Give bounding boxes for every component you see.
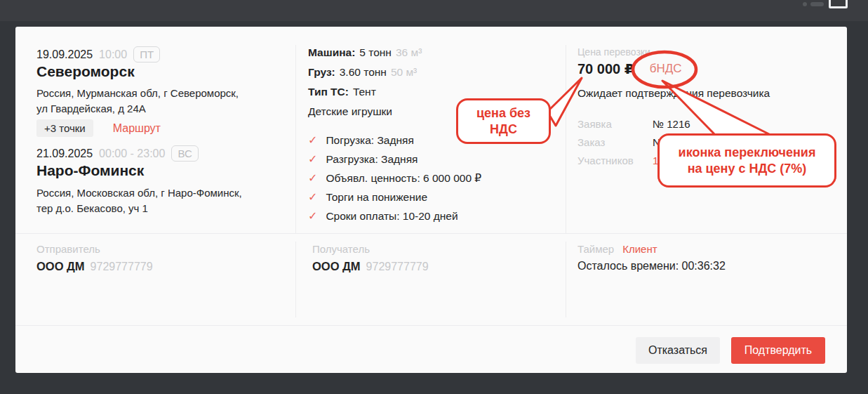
divider xyxy=(566,45,566,233)
extra-points-chip[interactable]: +3 точки xyxy=(36,119,93,137)
check-label: Торги на понижение xyxy=(326,191,427,204)
vehicle-type-label: Тип ТС: xyxy=(308,86,349,98)
meta-value-participants: 1 xyxy=(653,155,658,166)
order-card: 19.09.2025 10:00 ПТ Североморск Россия, … xyxy=(15,27,847,373)
timer-remaining: Осталось времени: 00:36:32 xyxy=(577,260,726,272)
dash-icon xyxy=(810,2,824,6)
check-item: ✓ Разгрузка: Задняя xyxy=(308,152,418,166)
vehicle-type-row: Тип ТС: Тент xyxy=(308,86,376,98)
order-status: Ожидает подтверждения перевозчика xyxy=(577,87,770,100)
receiver-name: ООО ДМ xyxy=(312,260,361,272)
pickup-address-line1: Россия, Мурманская обл, г Североморск, xyxy=(36,86,239,101)
receiver-inn: 9729777779 xyxy=(366,261,429,272)
cargo-row: Груз: 3.60 тонн 50 м³ xyxy=(308,66,417,79)
route-link[interactable]: Маршрут xyxy=(113,122,161,135)
divider xyxy=(295,242,296,317)
check-item: ✓ Объявл. ценность: 6 000 000 ₽ xyxy=(308,171,481,185)
check-item: ✓ Торги на понижение xyxy=(308,190,427,204)
vehicle-type-value: Тент xyxy=(353,86,376,98)
pickup-date-row: 19.09.2025 10:00 ПТ xyxy=(36,46,160,63)
sender-value: ООО ДМ9729777779 xyxy=(36,260,153,273)
meta-label: Заявка xyxy=(577,118,653,130)
cargo-name-row: Детские игрушки xyxy=(308,105,392,118)
check-icon: ✓ xyxy=(308,152,317,166)
pickup-address-line2: ул Гвардейская, д 24А xyxy=(36,101,239,117)
price-label: Цена перевозки xyxy=(577,46,650,58)
timer-owner-link[interactable]: Клиент xyxy=(622,243,657,255)
meta-row: Участников 1 xyxy=(577,155,658,166)
check-label: Объявл. ценность: 6 000 000 ₽ xyxy=(326,172,481,185)
confirm-button[interactable]: Подтвердить xyxy=(731,337,825,364)
cargo-name: Детские игрушки xyxy=(308,105,392,118)
pickup-address: Россия, Мурманская обл, г Североморск, у… xyxy=(36,86,239,117)
cargo-volume: 50 м³ xyxy=(391,66,417,79)
delivery-date-row: 21.09.2025 00:00 - 23:00 ВС xyxy=(36,145,199,162)
check-item: ✓ Сроки оплаты: 10-20 дней xyxy=(308,209,458,223)
sender-name: ООО ДМ xyxy=(36,260,85,272)
vehicle-value: 5 тонн xyxy=(359,46,392,59)
price-value: 70 000 ₽ xyxy=(577,60,634,77)
check-label: Разгрузка: Задняя xyxy=(326,153,418,166)
divider xyxy=(295,45,296,233)
cargo-value: 3.60 тонн xyxy=(340,66,387,79)
check-icon: ✓ xyxy=(308,133,317,147)
delivery-day-badge: ВС xyxy=(171,145,198,162)
pickup-city: Североморск xyxy=(36,63,135,80)
meta-value: N xyxy=(653,136,660,148)
pickup-date: 19.09.2025 xyxy=(36,48,93,61)
meta-row: Заявка № 1216 xyxy=(577,118,690,130)
timer-label: Таймер xyxy=(577,243,614,255)
screenshot-stage: 19.09.2025 10:00 ПТ Североморск Россия, … xyxy=(0,0,868,394)
route-chips-row: +3 точки Маршрут xyxy=(36,119,161,137)
vehicle-volume: 36 м³ xyxy=(396,46,422,59)
divider xyxy=(566,242,566,317)
divider xyxy=(15,325,847,326)
sender-label: Отправитель xyxy=(36,243,100,255)
delivery-address-line2: тер д.о. Бекасово, уч 1 xyxy=(36,201,242,216)
check-label: Сроки оплаты: 10-20 дней xyxy=(326,210,458,223)
check-icon: ✓ xyxy=(308,190,317,204)
vat-toggle[interactable]: бНДС xyxy=(650,62,682,76)
screen-frame-icon[interactable] xyxy=(829,0,848,8)
sender-inn: 9729777779 xyxy=(91,261,153,272)
delivery-date: 21.09.2025 xyxy=(36,147,93,160)
check-icon: ✓ xyxy=(308,209,317,223)
meta-row: Заказ N xyxy=(577,136,660,148)
delivery-address: Россия, Московская обл, г Наро-Фоминск, … xyxy=(36,185,242,216)
divider xyxy=(15,233,847,234)
delivery-city: Наро-Фоминск xyxy=(36,162,144,179)
decline-button[interactable]: Отказаться xyxy=(636,337,720,364)
pickup-day-badge: ПТ xyxy=(133,46,160,63)
price-row: 70 000 ₽ бНДС xyxy=(577,60,681,77)
meta-value: № 1216 xyxy=(653,118,690,130)
vehicle-label: Машина: xyxy=(308,46,355,59)
receiver-label: Получатель xyxy=(312,243,370,255)
pickup-time: 10:00 xyxy=(99,48,127,61)
delivery-time: 00:00 - 23:00 xyxy=(99,147,165,160)
vehicle-row: Машина: 5 тонн 36 м³ xyxy=(308,46,422,59)
cargo-label: Груз: xyxy=(308,66,335,79)
check-item: ✓ Погрузка: Задняя xyxy=(308,133,414,147)
check-icon: ✓ xyxy=(308,171,317,185)
window-top-bar xyxy=(0,0,868,21)
receiver-value: ООО ДМ9729777779 xyxy=(312,260,429,273)
check-label: Погрузка: Задняя xyxy=(326,134,413,147)
meta-label: Заказ xyxy=(577,136,653,148)
delivery-address-line1: Россия, Московская обл, г Наро-Фоминск, xyxy=(36,185,242,201)
recording-dot-icon xyxy=(803,2,807,6)
timer-row: Таймер Клиент xyxy=(577,243,657,255)
meta-label: Участников xyxy=(577,155,653,166)
